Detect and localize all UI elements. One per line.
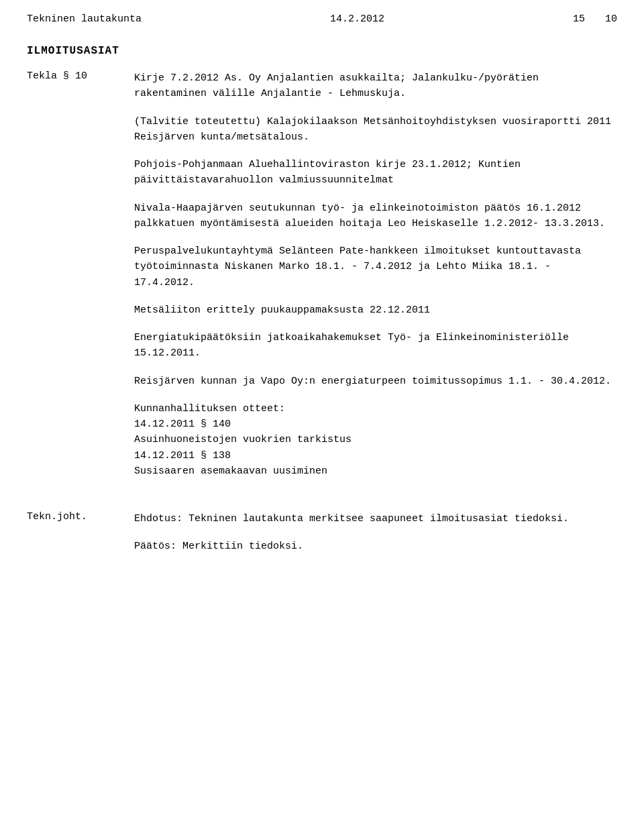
list-item: Metsäliiton erittely puukauppamaksusta 2…: [134, 302, 617, 318]
item-label: Tekla § 10: [27, 70, 134, 491]
ehdotus-text: Ehdotus: Tekninen lautakunta merkitsee s…: [134, 511, 617, 527]
main-content: Tekla § 10 Kirje 7.2.2012 As. Oy Anjalan…: [27, 70, 617, 491]
header-numbers: 15 10: [573, 13, 617, 25]
list-item: (Talvitie toteutettu) Kalajokilaakson Me…: [134, 114, 617, 146]
tekn-joht-content: Ehdotus: Tekninen lautakunta merkitsee s…: [134, 511, 617, 555]
item-list: Kirje 7.2.2012 As. Oy Anjalantien asukka…: [134, 70, 617, 491]
list-item: Kunnanhallituksen otteet: 14.12.2011 § 1…: [134, 401, 617, 479]
header-num2: 10: [605, 13, 617, 25]
header-num1: 15: [573, 13, 585, 25]
tekla-label: Tekla § 10: [27, 70, 134, 82]
header-date: 14.2.2012: [330, 13, 384, 25]
tekn-joht-section: Tekn.joht. Ehdotus: Tekninen lautakunta …: [27, 511, 617, 555]
list-item: Peruspalvelukuntayhtymä Selänteen Pate-h…: [134, 243, 617, 290]
list-item: Reisjärven kunnan ja Vapo Oy:n energiatu…: [134, 374, 617, 389]
list-item: Pohjois-Pohjanmaan Aluehallintoviraston …: [134, 157, 617, 188]
tekn-joht-label: Tekn.joht.: [27, 511, 134, 555]
list-item: Kirje 7.2.2012 As. Oy Anjalantien asukka…: [134, 70, 617, 102]
list-item: Energiatukipäätöksiin jatkoaikahakemukse…: [134, 330, 617, 362]
paatos: Päätös: Merkittiin tiedoksi.: [134, 539, 617, 554]
page-header: Tekninen lautakunta 14.2.2012 15 10: [27, 13, 617, 25]
header-title: Tekninen lautakunta: [27, 13, 142, 25]
paatos-label: Päätös:: [134, 541, 176, 552]
list-item: Nivala-Haapajärven seutukunnan työ- ja e…: [134, 201, 617, 232]
section-title: ILMOITUSASIAT: [27, 45, 617, 57]
paatos-value: Merkittiin tiedoksi.: [182, 541, 303, 552]
